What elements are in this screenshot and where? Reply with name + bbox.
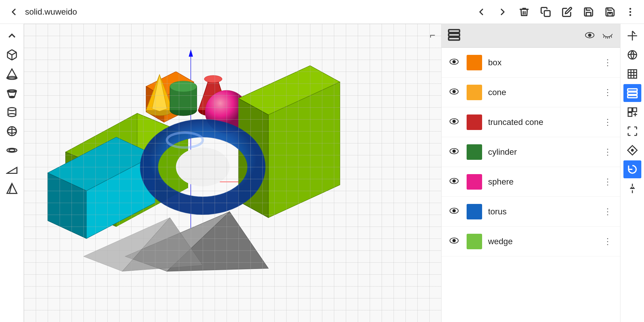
wedge-tool-button[interactable] [3, 160, 21, 178]
svg-point-5 [629, 14, 631, 16]
object-name-cylinder: cylinder [488, 147, 595, 157]
more-menu-cone[interactable]: ⋮ [601, 85, 614, 100]
svg-point-62 [589, 34, 591, 36]
object-name-wedge: wedge [488, 237, 595, 246]
svg-rect-0 [544, 10, 550, 16]
collapse-sidebar-button[interactable] [3, 27, 21, 45]
object-name-cone: cone [488, 88, 595, 97]
rotate-button[interactable] [623, 160, 641, 178]
object-item-torus[interactable]: torus ⋮ [442, 197, 620, 227]
torus-tool-button[interactable] [3, 141, 21, 159]
edit-button[interactable] [559, 4, 575, 20]
object-name-torus: torus [488, 207, 595, 216]
svg-line-64 [606, 37, 606, 38]
left-sidebar [0, 24, 24, 322]
object-item-box[interactable]: box ⋮ [442, 48, 620, 78]
svg-point-77 [453, 179, 456, 182]
svg-point-97 [631, 149, 633, 151]
visibility-toggle-sphere[interactable] [448, 177, 461, 187]
layers-panel-button[interactable] [623, 84, 641, 102]
save-plus-button[interactable] [602, 4, 618, 20]
visibility-toggle-torus[interactable] [448, 207, 461, 216]
show-all-button[interactable] [584, 32, 595, 40]
more-menu-button[interactable] [623, 4, 638, 20]
hide-all-button[interactable] [601, 32, 614, 40]
right-toolbar [620, 24, 644, 322]
grid-toggle-button[interactable] [623, 65, 641, 83]
header: solid.wuweido [0, 0, 644, 24]
more-menu-sphere[interactable]: ⋮ [601, 174, 614, 189]
svg-rect-92 [628, 92, 637, 95]
svg-rect-96 [628, 113, 632, 117]
pyramid-tool-button[interactable] [3, 179, 21, 197]
visibility-toggle-box[interactable] [448, 58, 461, 67]
more-menu-cylinder[interactable]: ⋮ [601, 145, 614, 159]
color-swatch-wedge [467, 234, 482, 249]
sphere-tool-button[interactable] [3, 122, 21, 140]
save-button[interactable] [581, 4, 596, 20]
right-panel: box ⋮ cone ⋮ [441, 24, 620, 322]
document-title: solid.wuweido [25, 7, 77, 17]
transform-button[interactable] [623, 103, 641, 121]
more-menu-box[interactable]: ⋮ [601, 55, 614, 70]
more-menu-wedge[interactable]: ⋮ [601, 234, 614, 249]
visibility-toggle-cone[interactable] [448, 88, 461, 97]
object-item-cone[interactable]: cone ⋮ [442, 78, 620, 107]
svg-rect-95 [633, 108, 637, 112]
more-menu-torus[interactable]: ⋮ [601, 204, 614, 219]
color-swatch-box [467, 55, 482, 70]
back-button[interactable] [6, 4, 21, 20]
panel-header [442, 24, 620, 48]
more-menu-truncated-cone[interactable]: ⋮ [601, 115, 614, 129]
color-swatch-cylinder [467, 144, 482, 160]
svg-point-73 [453, 120, 456, 123]
nav-back-button[interactable] [473, 4, 489, 20]
svg-point-12 [8, 114, 16, 117]
svg-point-19 [9, 149, 15, 151]
panel-header-actions [584, 32, 614, 40]
snap-button[interactable] [623, 179, 641, 197]
svg-rect-91 [628, 89, 637, 91]
color-swatch-sphere [467, 174, 482, 190]
svg-rect-93 [628, 95, 637, 98]
object-list: box ⋮ cone ⋮ [442, 48, 620, 322]
main-area: ⌐ [0, 24, 644, 322]
axis-view-button[interactable] [623, 27, 641, 45]
object-name-truncated-cone: truncated cone [488, 117, 595, 127]
selection-button[interactable] [623, 122, 641, 140]
svg-point-79 [453, 209, 456, 212]
svg-rect-60 [449, 37, 460, 40]
object-name-sphere: sphere [488, 177, 595, 187]
visibility-toggle-truncated-cone[interactable] [448, 117, 461, 127]
move-button[interactable] [623, 141, 641, 159]
cone-tool-button[interactable] [3, 65, 21, 83]
svg-line-63 [603, 36, 604, 38]
visibility-toggle-cylinder[interactable] [448, 147, 461, 157]
svg-line-66 [609, 37, 610, 38]
panel-header-icon [448, 28, 461, 44]
svg-point-75 [453, 150, 456, 152]
grid-background [24, 24, 441, 322]
object-item-wedge[interactable]: wedge ⋮ [442, 227, 620, 256]
visibility-toggle-wedge[interactable] [448, 237, 461, 246]
header-center [473, 4, 618, 20]
svg-point-69 [453, 60, 456, 63]
copy-button[interactable] [538, 4, 553, 20]
color-swatch-truncated-cone [467, 114, 482, 130]
3d-view-button[interactable] [623, 46, 641, 64]
object-item-cylinder[interactable]: cylinder ⋮ [442, 137, 620, 167]
box-tool-button[interactable] [3, 46, 21, 64]
object-item-sphere[interactable]: sphere ⋮ [442, 167, 620, 197]
cylinder-tool-button[interactable] [3, 103, 21, 121]
svg-rect-59 [449, 33, 460, 36]
3d-viewport[interactable]: ⌐ [24, 24, 441, 322]
nav-forward-button[interactable] [495, 4, 510, 20]
svg-marker-20 [7, 167, 17, 173]
delete-button[interactable] [516, 4, 532, 20]
truncated-cone-tool-button[interactable] [3, 84, 21, 102]
svg-point-81 [453, 239, 456, 242]
header-left: solid.wuweido [6, 4, 469, 20]
object-item-truncated-cone[interactable]: truncated cone ⋮ [442, 107, 620, 137]
svg-point-4 [629, 11, 631, 13]
svg-rect-94 [628, 108, 632, 112]
